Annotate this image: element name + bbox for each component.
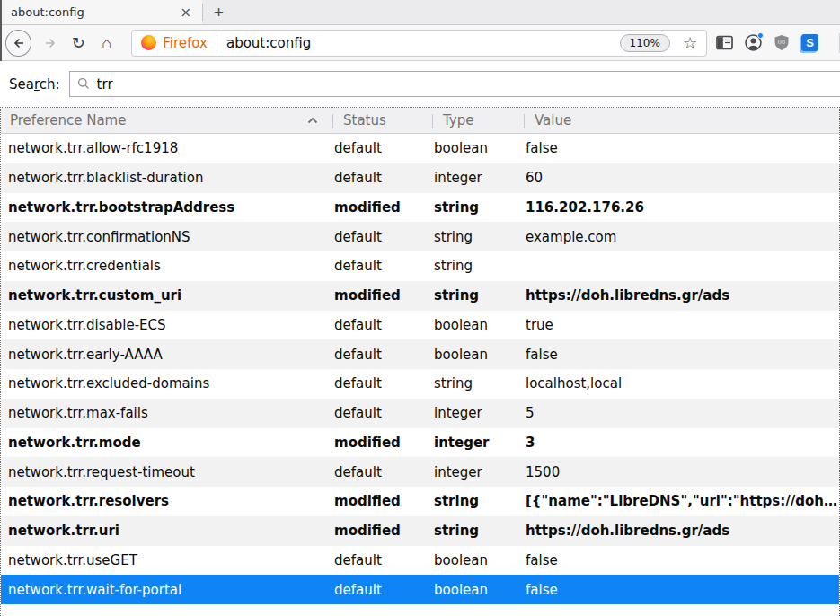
- table-row[interactable]: network.trr.resolvers modified string [{…: [1, 487, 839, 516]
- column-header-preference-name[interactable]: Preference Name: [1, 108, 332, 133]
- pref-name-cell: network.trr.excluded-domains: [1, 375, 332, 392]
- sidebar-button[interactable]: [716, 35, 733, 50]
- sidebar-icon: [716, 35, 733, 50]
- browser-window: about:config × + ↻ ⌂ Firefox about:confi: [0, 0, 840, 616]
- pref-type-cell: boolean: [432, 582, 524, 598]
- identity-divider: [217, 35, 217, 51]
- shield-label: UO: [778, 40, 786, 45]
- pref-value-cell: false: [524, 552, 839, 568]
- pref-type-cell: string: [432, 229, 524, 245]
- table-row[interactable]: network.trr.bootstrapAddress modified st…: [1, 193, 839, 223]
- table-row[interactable]: network.trr.request-timeout default inte…: [1, 457, 839, 487]
- new-tab-button[interactable]: +: [203, 0, 234, 24]
- column-header-status[interactable]: Status: [332, 108, 432, 133]
- search-box: [69, 71, 840, 97]
- reload-button[interactable]: ↻: [67, 31, 90, 55]
- pref-type-cell: string: [432, 199, 524, 216]
- table-row[interactable]: network.trr.credentials default string: [1, 251, 839, 281]
- column-label: Value: [535, 112, 571, 128]
- pref-value-cell: 60: [524, 170, 839, 186]
- pref-status-cell: default: [332, 464, 432, 480]
- url-text[interactable]: about:config: [226, 35, 620, 51]
- pref-value-cell: false: [524, 347, 839, 363]
- search-label-post: ch:: [40, 76, 60, 92]
- zoom-level-button[interactable]: 110%: [620, 34, 670, 52]
- tab-about-config[interactable]: about:config ×: [0, 0, 202, 24]
- search-label-pre: Sea: [9, 76, 34, 92]
- pref-type-cell: boolean: [432, 552, 524, 568]
- pref-value-cell: false: [524, 140, 839, 156]
- pref-type-cell: string: [432, 258, 524, 274]
- pref-type-cell: string: [432, 287, 524, 304]
- table-row[interactable]: network.trr.disable-ECS default boolean …: [1, 311, 839, 340]
- table-row[interactable]: network.trr.custom_uri modified string h…: [1, 281, 839, 311]
- pref-type-cell: integer: [432, 170, 524, 186]
- bookmark-star-icon[interactable]: ☆: [679, 33, 701, 52]
- table-row[interactable]: network.trr.mode modified integer 3: [1, 428, 839, 458]
- table-row[interactable]: network.trr.max-fails default integer 5: [1, 399, 839, 428]
- pref-type-cell: string: [432, 375, 524, 392]
- search-label: Search:: [9, 76, 60, 92]
- sort-ascending-icon: [307, 117, 318, 124]
- pref-type-cell: integer: [432, 405, 524, 421]
- table-row[interactable]: network.trr.allow-rfc1918 default boolea…: [1, 134, 839, 163]
- table-filler: [1, 604, 839, 616]
- pref-type-cell: string: [432, 493, 524, 509]
- extension-s-button[interactable]: S: [801, 34, 818, 51]
- column-label: Status: [343, 112, 386, 128]
- table-row[interactable]: network.trr.confirmationNS default strin…: [1, 222, 839, 251]
- pref-name-cell: network.trr.uri: [1, 523, 332, 539]
- pref-name-cell: network.trr.credentials: [1, 258, 332, 274]
- pref-name-cell: network.trr.confirmationNS: [1, 229, 332, 245]
- pref-value-cell: 3: [524, 435, 839, 451]
- table-row[interactable]: network.trr.excluded-domains default str…: [1, 369, 839, 399]
- pref-value-cell: https://doh.libredns.gr/ads: [524, 287, 839, 304]
- pref-value-cell: false: [524, 582, 839, 598]
- pref-status-cell: default: [332, 375, 432, 392]
- search-icon: [77, 77, 90, 90]
- table-header: Preference Name Status Type Value: [1, 108, 839, 134]
- pref-type-cell: string: [432, 523, 524, 539]
- identity-label: Firefox: [163, 35, 208, 51]
- table-row[interactable]: network.trr.uri modified string https://…: [1, 516, 839, 546]
- forward-button[interactable]: [39, 31, 61, 55]
- adblock-button[interactable]: UO: [774, 34, 790, 51]
- pref-status-cell: default: [332, 258, 432, 274]
- account-button[interactable]: [745, 34, 762, 51]
- pref-type-cell: integer: [432, 464, 524, 480]
- home-button[interactable]: ⌂: [95, 31, 118, 55]
- table-row[interactable]: network.trr.wait-for-portal default bool…: [1, 575, 839, 604]
- table-row[interactable]: network.trr.blacklist-duration default i…: [1, 163, 839, 193]
- search-input[interactable]: [69, 71, 840, 97]
- pref-status-cell: default: [332, 317, 432, 333]
- pref-name-cell: network.trr.allow-rfc1918: [1, 140, 332, 156]
- pref-status-cell: modified: [332, 287, 432, 304]
- pref-type-cell: boolean: [432, 317, 524, 333]
- pref-value-cell: [{"name":"LibreDNS","url":"https://doh.l…: [524, 493, 839, 509]
- notification-dot: [757, 32, 764, 39]
- column-header-type[interactable]: Type: [432, 108, 524, 133]
- pref-value-cell: example.com: [524, 229, 839, 245]
- column-header-value[interactable]: Value: [524, 108, 839, 133]
- toolbar-extensions: UO S: [716, 33, 840, 53]
- close-icon[interactable]: ×: [176, 4, 195, 21]
- pref-status-cell: default: [332, 140, 432, 156]
- pref-name-cell: network.trr.useGET: [1, 552, 332, 568]
- back-icon: [12, 36, 26, 50]
- url-bar[interactable]: Firefox about:config 110% ☆: [131, 30, 707, 57]
- back-button[interactable]: [5, 30, 31, 57]
- pref-type-cell: boolean: [432, 347, 524, 363]
- pref-name-cell: network.trr.request-timeout: [1, 464, 332, 480]
- pref-name-cell: network.trr.wait-for-portal: [1, 582, 332, 598]
- forward-icon: [43, 36, 57, 50]
- extension-s-icon: S: [801, 34, 818, 51]
- preferences-table: Preference Name Status Type Value networ…: [0, 107, 840, 616]
- pref-name-cell: network.trr.custom_uri: [1, 287, 332, 304]
- table-row[interactable]: network.trr.early-AAAA default boolean f…: [1, 339, 839, 369]
- pref-value-cell: 116.202.176.26: [524, 199, 839, 216]
- pref-status-cell: default: [332, 552, 432, 568]
- pref-type-cell: integer: [432, 435, 524, 451]
- table-row[interactable]: network.trr.useGET default boolean false: [1, 546, 839, 576]
- config-search-row: Search:: [0, 61, 840, 107]
- pref-name-cell: network.trr.mode: [1, 435, 332, 451]
